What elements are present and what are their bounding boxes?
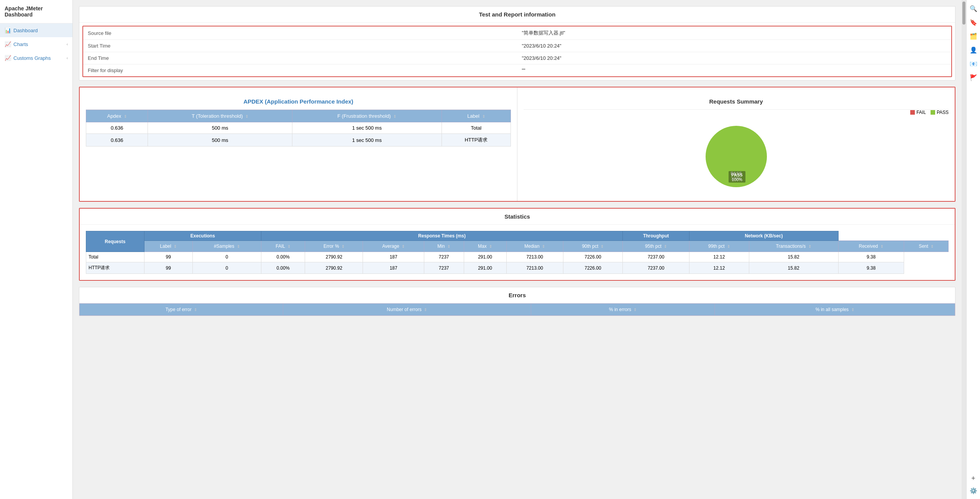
apdex-requests-two-col: APDEX (Application Performance Index) Ap… [80,87,955,201]
grid-icon[interactable]: 🗂️ [968,31,979,41]
pass-dot [931,110,935,115]
stats-samples: 99 [144,262,192,274]
stats-subheader-cell: Median ⇕ [506,241,563,252]
statistics-section: Statistics Requests Executions Response … [79,208,955,281]
test-info-label: End Time [83,52,517,64]
charts-chevron-icon: ‹ [67,42,68,46]
apdex-label: HTTP请求 [442,134,511,147]
custom-graphs-chevron-icon: ‹ [67,56,68,60]
errors-column-header: % in all samples ⇕ [715,304,955,316]
test-info-row: Start Time"2023/6/10 20:24" [83,40,951,52]
legend-fail: FAIL [910,110,926,115]
legend-pass: PASS [931,110,949,115]
test-info-section: Test and Report information Source file"… [79,6,955,81]
test-info-table-wrapper: Source file"简单数据写入器.jtl"Start Time"2023/… [82,26,952,77]
stats-label: HTTP请求 [86,262,144,274]
errors-column-header: Type of error ⇕ [80,304,283,316]
stats-avg: 2790.92 [305,252,363,262]
stats-p99: 7237.00 [623,262,689,274]
apdex-column-header: F (Frustration threshold) ⇕ [292,110,442,122]
apdex-t: 500 ms [148,122,292,134]
pie-chart-svg: PASS 100% PASS 100% [698,118,775,195]
stats-p95: 7226.00 [563,262,623,274]
sidebar-item-custom-graphs[interactable]: 📈 Customs Graphs ‹ [0,51,72,65]
stats-median: 291.00 [464,252,506,262]
stats-fail: 0 [192,252,261,262]
scrollbar[interactable] [962,0,966,499]
errors-section: Errors Type of error ⇕Number of errors ⇕… [79,287,955,316]
test-info-row: Source file"简单数据写入器.jtl" [83,26,951,40]
stats-avg: 2790.92 [305,262,363,274]
custom-graphs-icon: 📈 [5,55,11,61]
stats-received: 15.82 [749,252,838,262]
statistics-table: Requests Executions Response Times (ms) … [86,231,949,274]
stats-header-requests: Requests [86,231,144,252]
apdex-f: 1 sec 500 ms [292,122,442,134]
stats-row: Total 99 0 0.00% 2790.92 187 7237 291.00… [86,252,949,262]
apdex-value: 0.636 [86,134,148,147]
errors-column-header: Number of errors ⇕ [283,304,531,316]
apdex-f: 1 sec 500 ms [292,134,442,147]
apdex-row: 0.636 500 ms 1 sec 500 ms Total [86,122,511,134]
flag-icon[interactable]: 🚩 [968,72,979,83]
stats-header-throughput: Throughput [623,231,689,241]
requests-summary-title: Requests Summary [524,94,949,110]
apdex-t: 500 ms [148,134,292,147]
test-info-value: "2023/6/10 20:24" [517,40,952,52]
stats-subheader-cell: Average ⇕ [363,241,424,252]
test-info-label: Source file [83,26,517,40]
errors-column-header: % in errors ⇕ [531,304,714,316]
apdex-column-header: T (Toleration threshold) ⇕ [148,110,292,122]
mail-icon[interactable]: 📧 [968,58,979,69]
svg-text:PASS: PASS [731,173,742,177]
stats-samples: 99 [144,252,192,262]
stats-error-pct: 0.00% [261,252,305,262]
person-icon[interactable]: 👤 [968,44,979,55]
stats-row: HTTP请求 99 0 0.00% 2790.92 187 7237 291.0… [86,262,949,274]
test-info-table: Source file"简单数据写入器.jtl"Start Time"2023/… [83,26,951,76]
stats-median: 291.00 [464,262,506,274]
app-title: Apache JMeter Dashboard [0,0,72,23]
stats-sent: 9.38 [838,262,904,274]
main-content: Test and Report information Source file"… [73,0,962,499]
right-panel: 🔍 🔖 🗂️ 👤 📧 🚩 + ⚙️ [966,0,980,499]
stats-min: 187 [363,262,424,274]
scrollbar-thumb [962,2,965,25]
apdex-column-header: Apdex ⇕ [86,110,148,122]
stats-subheader-cell: 99th pct ⇕ [689,241,749,252]
stats-subheader-cell: Sent ⇕ [904,241,949,252]
search-icon[interactable]: 🔍 [968,3,979,14]
bookmark-icon[interactable]: 🔖 [968,17,979,28]
stats-subheader-cell: Min ⇕ [424,241,464,252]
stats-tps: 12.12 [689,262,749,274]
stats-header-response-times: Response Times (ms) [261,231,622,241]
sidebar-item-dashboard-label: Dashboard [13,28,38,33]
pass-label: PASS [937,110,949,115]
sidebar-item-dashboard[interactable]: 📊 Dashboard [0,23,72,37]
test-info-label: Start Time [83,40,517,52]
test-info-value: "" [517,64,952,77]
stats-table-wrapper: Requests Executions Response Times (ms) … [80,225,955,280]
stats-subheader-cell: 95th pct ⇕ [623,241,689,252]
stats-p90: 7213.00 [506,252,563,262]
stats-error-pct: 0.00% [261,262,305,274]
sidebar-item-charts-label: Charts [13,41,28,47]
test-info-value: "2023/6/10 20:24" [517,52,952,64]
stats-max: 7237 [424,252,464,262]
apdex-col: APDEX (Application Performance Index) Ap… [80,87,517,201]
pie-legend: FAIL PASS [910,110,949,115]
fail-label: FAIL [916,110,926,115]
apdex-label: Total [442,122,511,134]
apdex-value: 0.636 [86,122,148,134]
apdex-requests-section: APDEX (Application Performance Index) Ap… [79,87,955,202]
fail-dot [910,110,915,115]
stats-subheader-cell: 90th pct ⇕ [563,241,623,252]
stats-subheader-cell: #Samples ⇕ [192,241,261,252]
stats-p95: 7226.00 [563,252,623,262]
sidebar-item-charts[interactable]: 📈 Charts ‹ [0,37,72,51]
stats-min: 187 [363,252,424,262]
plus-icon[interactable]: + [971,474,975,483]
pie-chart-container: FAIL PASS PASS 100% PASS 100% [524,110,949,195]
test-info-label: Filter for display [83,64,517,77]
gear-icon[interactable]: ⚙️ [970,487,977,494]
